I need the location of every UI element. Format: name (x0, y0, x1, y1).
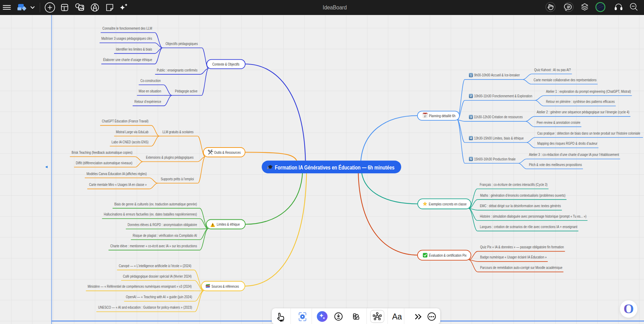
svg-text:Aa: Aa (392, 312, 402, 321)
svg-text:Ministère — « Référentiel de c: Ministère — « Référentiel de compétences… (88, 284, 192, 288)
svg-text:Planning détaillé 6h: Planning détaillé 6h (429, 114, 456, 118)
svg-text:Café pédagogique dossier spéci: Café pédagogique dossier spécial IA (fév… (123, 274, 192, 278)
svg-text:Carte mentale collaborative de: Carte mentale collaborative des représen… (534, 78, 597, 82)
svg-text:Extensions & plugins pédagogiq: Extensions & plugins pédagogiques (146, 155, 194, 159)
svg-text:Hallucinations & erreurs factu: Hallucinations & erreurs factuelles (ex.… (104, 212, 197, 216)
svg-text:Canopé — « L’intelligence arti: Canopé — « L’intelligence artificielle à… (119, 264, 192, 268)
svg-text:Retour d’expérience: Retour d’expérience (134, 99, 161, 104)
svg-text:ChatGPT Éducation (France Trav: ChatGPT Éducation (France Travail) (102, 119, 149, 123)
svg-text:Retour en plénière : synthèse: Retour en plénière : synthèse des patter… (546, 99, 615, 104)
svg-text:Parcours de remédiation auto-c: Parcours de remédiation auto-corrigé sur… (480, 265, 562, 270)
svg-text:Formation IA Génératives en Éd: Formation IA Génératives en Éducation — … (275, 164, 395, 171)
svg-text:9h00-10h00 Accueil & Ice-break: 9h00-10h00 Accueil & Ice-breaker (474, 73, 520, 77)
svg-text:Cas pratique : détection de bi: Cas pratique : détection de biais dans u… (537, 131, 640, 135)
svg-text:15h00-16h30 Production finale: 15h00-16h30 Production finale (474, 157, 516, 161)
svg-text:Mise en situation: Mise en situation (139, 89, 161, 93)
svg-text:Charte élève : mentionner « co: Charte élève : mentionner « co-écrit ave… (110, 244, 197, 248)
svg-text:Co-construction: Co-construction (141, 78, 161, 83)
svg-text:1: 1 (470, 74, 472, 77)
svg-text:Données élèves & RGPD : anonym: Données élèves & RGPD : anonymisation ob… (128, 223, 197, 227)
svg-text:Histoire : simulation dialogué: Histoire : simulation dialoguée avec per… (480, 214, 586, 218)
svg-text:Mistral Large via EduLab: Mistral Large via EduLab (116, 130, 148, 134)
svg-text:EMC : débat dirigé sur la dési: EMC : débat dirigé sur la désinformation… (480, 204, 561, 208)
svg-text:Risque de plagiat : vérificati: Risque de plagiat : vérification via Com… (133, 233, 197, 238)
svg-text:17: 17 (424, 115, 427, 118)
svg-text:3: 3 (470, 115, 472, 119)
svg-text:5: 5 (470, 157, 472, 161)
svg-text:IdeaBoard: IdeaBoard (323, 4, 347, 10)
svg-text:Diffit (différenciation automa: Diffit (différenciation automatique nive… (76, 161, 132, 165)
svg-text:10h00-11h30 Fonctionnement & E: 10h00-11h30 Fonctionnement & Exploration (474, 94, 532, 98)
svg-text:Atelier 3 : co-rédaction d’une: Atelier 3 : co-rédaction d’une charte d’… (529, 152, 619, 157)
svg-text:Badge numérique « Usager éclai: Badge numérique « Usager éclairé IA Éduc… (480, 255, 547, 259)
svg-text:Biais de genre & culturels (ex: Biais de genre & culturels (ex. traducti… (114, 202, 197, 206)
svg-text:Français : co-écriture de cont: Français : co-écriture de contes interac… (480, 182, 547, 187)
svg-text:OpenAI — « Teaching with AI »: OpenAI — « Teaching with AI » guide (jui… (126, 295, 192, 299)
svg-text:Identifier les limites & biais: Identifier les limites & biais (116, 47, 152, 51)
svg-text:Objectifs pédagogiques: Objectifs pédagogiques (165, 42, 198, 46)
svg-text:2: 2 (470, 94, 472, 98)
svg-text:LLM gratuits & scolaires: LLM gratuits & scolaires (163, 130, 194, 134)
svg-text:Quiz Pix « IA & données » — pa: Quiz Pix « IA & données » — passage obli… (480, 245, 564, 249)
svg-text:Pitch & vote des meilleures pr: Pitch & vote des meilleures propositions (529, 163, 582, 167)
svg-text:Contexte & Objectifs: Contexte & Objectifs (212, 62, 239, 66)
svg-text:Outils & Ressources: Outils & Ressources (214, 150, 241, 155)
svg-text:Limites & éthique: Limites & éthique (217, 222, 240, 226)
svg-text:Quiz Kahoot : AI ou pas AI?: Quiz Kahoot : AI ou pas AI? (534, 68, 571, 72)
svg-text:Langues : création de scénario: Langues : création de scénarios de rôle … (480, 225, 577, 229)
svg-text:Évaluation & certification Pix: Évaluation & certification Pix (429, 253, 467, 257)
svg-text:Exemples concrets en classe: Exemples concrets en classe (429, 202, 466, 206)
svg-text:Atelier 2 : générer une séquen: Atelier 2 : générer une séquence pédagog… (537, 110, 629, 114)
svg-text:Mapping des risques RGPD & dro: Mapping des risques RGPD & droits d’aute… (537, 141, 598, 145)
svg-text:Sources & références: Sources & références (211, 284, 239, 288)
svg-text:Carte mentale Miro « Usages IA: Carte mentale Miro « Usages IA en classe… (89, 182, 147, 187)
svg-text:Public : enseignants confirmés: Public : enseignants confirmés (157, 68, 198, 72)
svg-text:Pédagogie active: Pédagogie active (175, 89, 197, 93)
svg-text:Modèles Canva Éducation IA (af: Modèles Canva Éducation IA (affiches règ… (87, 172, 147, 176)
svg-text:Peer-review & annotation crois: Peer-review & annotation croisée (537, 120, 580, 125)
svg-text:UNESCO — « AI and education :: UNESCO — « AI and education : Guidance f… (98, 305, 192, 309)
svg-text:Maths : génération d’énoncés c: Maths : génération d’énoncés contextuali… (480, 193, 566, 197)
svg-text:Labo IA CNED (accès ENS): Labo IA CNED (accès ENS) (112, 140, 149, 144)
svg-text:13h30-15h00 Limites, biais & é: 13h30-15h00 Limites, biais & éthique (474, 136, 524, 140)
svg-text:Élaborer une charte d’usage ét: Élaborer une charte d’usage éthique (103, 58, 152, 62)
svg-text:Connaître le fonctionnement de: Connaître le fonctionnement des LLM (103, 26, 152, 30)
svg-text:Supports prêts à l’emploi: Supports prêts à l’emploi (161, 177, 194, 181)
svg-text:11h30-12h30 Création de ressou: 11h30-12h30 Création de ressources (474, 115, 523, 119)
svg-text:Maîtriser 3 usages pédagogique: Maîtriser 3 usages pédagogiques clés (101, 36, 152, 40)
svg-text:O: O (623, 301, 634, 316)
svg-text:Atelier 1 : exploration du pro: Atelier 1 : exploration du prompt engine… (546, 89, 631, 93)
svg-text:Brisk Teaching (feedback autom: Brisk Teaching (feedback automatique cop… (72, 150, 132, 155)
svg-text:4: 4 (470, 136, 472, 140)
